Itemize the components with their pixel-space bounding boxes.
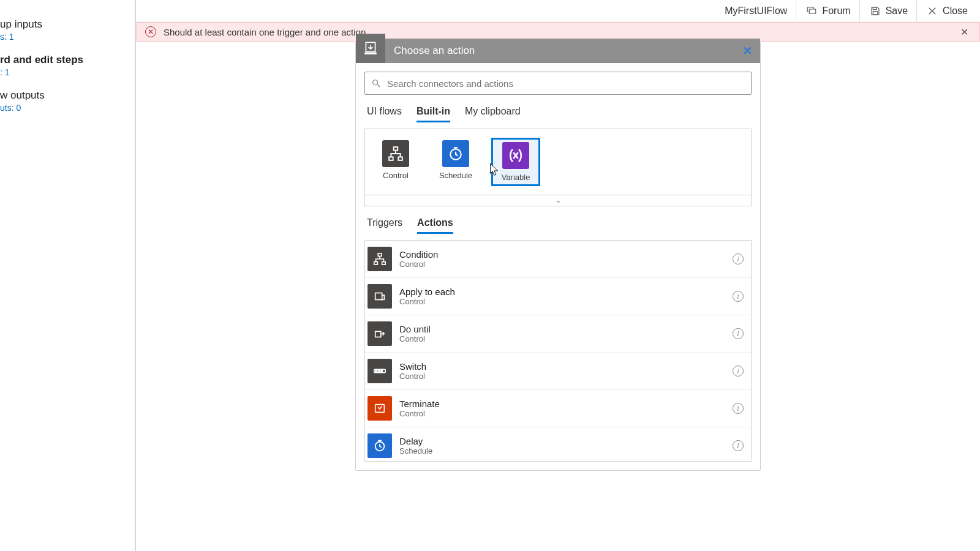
error-icon: ✕	[145, 26, 156, 37]
save-button[interactable]: Save	[861, 0, 917, 21]
tab-actions[interactable]: Actions	[417, 217, 453, 234]
action-item[interactable]: SwitchControli	[365, 353, 751, 390]
left-sidebar: up inputs s: 1 rd and edit steps : 1 w o…	[0, 0, 136, 551]
error-dismiss[interactable]: ✕	[960, 26, 968, 38]
svg-rect-16	[382, 262, 386, 265]
action-name: Condition	[399, 249, 725, 260]
forum-button[interactable]: Forum	[797, 0, 859, 21]
svg-rect-22	[381, 370, 383, 372]
search-input[interactable]	[387, 78, 745, 89]
lower-tabs: Triggers Actions	[364, 217, 752, 234]
panel-close[interactable]: ✕	[742, 43, 753, 58]
close-button[interactable]: Close	[918, 0, 976, 21]
action-name: Do until	[399, 324, 725, 334]
connector-variable[interactable]: Variable	[491, 138, 540, 186]
action-list[interactable]: ConditionControliApply to eachControliDo…	[364, 240, 752, 462]
tab-built-in[interactable]: Built-in	[417, 106, 450, 122]
main-area: MyFirstUIFlow Forum Save Close ✕ Should …	[136, 0, 980, 551]
action-item[interactable]: TerminateControli	[365, 390, 751, 427]
action-category: Control	[399, 334, 725, 343]
action-icon	[368, 359, 392, 383]
panel-header-icon	[356, 34, 385, 63]
action-category: Control	[399, 372, 725, 381]
svg-rect-11	[389, 157, 393, 160]
svg-rect-7	[364, 53, 377, 54]
close-icon	[927, 6, 938, 17]
panel-title: Choose an action	[385, 45, 742, 57]
action-name: Switch	[399, 361, 725, 372]
svg-rect-17	[375, 293, 382, 300]
forum-icon	[806, 6, 817, 17]
connector-control[interactable]: Control	[371, 138, 420, 186]
tab-my-clipboard[interactable]: My clipboard	[465, 106, 521, 122]
connector-expand[interactable]: ⌄	[364, 195, 752, 206]
action-item[interactable]: Do untilControli	[365, 315, 751, 353]
action-name: Delay	[399, 436, 725, 446]
info-icon[interactable]: i	[733, 440, 744, 451]
svg-rect-3	[873, 11, 878, 14]
info-icon[interactable]: i	[733, 291, 744, 302]
action-item[interactable]: Apply to eachControli	[365, 278, 751, 315]
sidebar-item-outputs[interactable]: w outputs uts: 0	[0, 89, 135, 113]
action-category: Control	[399, 260, 725, 269]
error-text: Should at least contain one trigger and …	[164, 27, 366, 37]
action-category: Control	[399, 409, 725, 418]
schedule-icon	[442, 140, 469, 167]
svg-rect-1	[810, 9, 816, 14]
search-box[interactable]	[364, 72, 752, 95]
info-icon[interactable]: i	[733, 365, 744, 377]
tab-ui-flows[interactable]: UI flows	[367, 106, 402, 122]
sidebar-item-title: w outputs	[0, 89, 135, 102]
info-icon[interactable]: i	[733, 328, 744, 339]
svg-line-9	[377, 84, 380, 87]
action-icon	[368, 396, 392, 421]
svg-rect-15	[374, 262, 378, 265]
control-icon	[382, 140, 409, 167]
action-name: Apply to each	[399, 287, 725, 297]
connector-label: Control	[374, 171, 418, 180]
action-picker-panel: Choose an action ✕ UI flows Built-in My …	[355, 42, 761, 471]
svg-rect-12	[398, 157, 402, 160]
connector-label: Schedule	[434, 171, 478, 180]
connector-tabs: UI flows Built-in My clipboard	[364, 106, 752, 122]
sidebar-item-inputs[interactable]: up inputs s: 1	[0, 18, 135, 42]
action-category: Control	[399, 297, 725, 306]
sidebar-item-sub: s: 1	[0, 32, 135, 42]
sidebar-item-steps[interactable]: rd and edit steps : 1	[0, 54, 135, 77]
search-icon	[371, 78, 381, 88]
canvas[interactable]: ✕ Should at least contain one trigger an…	[136, 22, 980, 551]
connector-label: Variable	[496, 173, 536, 182]
svg-rect-20	[375, 370, 377, 372]
sidebar-item-sub: : 1	[0, 67, 135, 77]
action-item[interactable]: DelaySchedulei	[365, 427, 751, 462]
action-icon	[368, 321, 392, 346]
svg-rect-10	[394, 147, 398, 150]
connector-grid: Control Schedule Variable	[364, 129, 752, 195]
save-icon	[870, 6, 881, 17]
svg-rect-21	[378, 370, 380, 372]
action-icon	[368, 247, 392, 271]
panel-header: Choose an action ✕	[356, 39, 760, 63]
connector-schedule[interactable]: Schedule	[431, 138, 480, 186]
info-icon[interactable]: i	[733, 253, 744, 264]
info-icon[interactable]: i	[733, 403, 744, 414]
svg-rect-14	[378, 253, 382, 257]
tab-triggers[interactable]: Triggers	[367, 217, 402, 234]
action-icon	[368, 284, 392, 309]
svg-rect-2	[873, 7, 876, 10]
svg-rect-18	[375, 331, 381, 337]
sidebar-item-sub: uts: 0	[0, 103, 135, 113]
flow-name[interactable]: MyFirstUIFlow	[716, 0, 796, 21]
sidebar-item-title: up inputs	[0, 18, 135, 31]
variable-icon	[502, 142, 529, 169]
action-item[interactable]: ConditionControli	[365, 241, 751, 278]
action-category: Schedule	[399, 446, 725, 455]
top-toolbar: MyFirstUIFlow Forum Save Close	[136, 0, 980, 22]
action-name: Terminate	[399, 399, 725, 409]
svg-point-8	[373, 80, 378, 85]
action-icon	[368, 433, 392, 458]
sidebar-item-title: rd and edit steps	[0, 54, 135, 66]
